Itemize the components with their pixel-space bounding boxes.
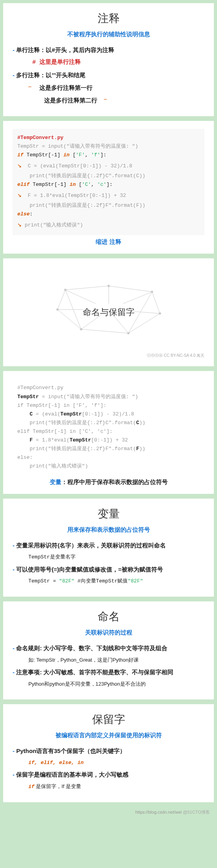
subtitle: 不被程序执行的辅助性说明信息 — [13, 31, 204, 38]
card-variable: 变量 用来保存和表示数据的占位符号 变量采用标识符(名字）来表示，关联标识符的过… — [3, 499, 214, 597]
code-multi-line1: ''' 这是多行注释第一行 — [28, 83, 204, 93]
bullet-2: 注意事项: 大小写敏感、首字符不能是数字、不与保留字相同 — [13, 668, 204, 677]
code-multi-line2: 这是多行注释第二行 ''' — [44, 96, 204, 105]
bullet-1: 命名规则: 大小写字母、数字、下划线和中文等字符及组合 — [13, 644, 204, 653]
code-single-comment: # 这里是单行注释 — [32, 58, 204, 67]
arrow-icon: ↘ — [17, 191, 22, 199]
card-code-example-2: #TempConvert.py TempStr = input("请输入带有符号… — [3, 371, 214, 494]
bullet-2-sub: TempStr = "82F" #向变量TempStr赋值"82F" — [28, 577, 204, 586]
quote-close: ''' — [104, 98, 107, 104]
code-block: #TempConvert.py TempStr = input("请输入带有符号… — [13, 129, 204, 235]
subtitle: 被编程语言内部定义并保留使用的标识符 — [13, 732, 204, 739]
section-title: 命名与保留字 — [75, 303, 143, 321]
title: 变量 — [13, 506, 204, 521]
bullet-single-comment: 单行注释：以#开头，其后内容为注释 — [13, 45, 204, 55]
bullet-2-sub: if 是保留字，If 是变量 — [28, 783, 204, 791]
note-indent-comment: 缩进 注释 — [13, 238, 204, 246]
bullet-1-sub: 如: TempStr，Python_Great，这是门Python好课 — [28, 656, 204, 664]
svg-point-14 — [127, 332, 130, 334]
bullet-2: 可以使用等号(=)向变量赋值或修改值，=被称为赋值符号 — [13, 565, 204, 574]
card-comments: 注释 不被程序执行的辅助性说明信息 单行注释：以#开头，其后内容为注释 # 这里… — [3, 3, 214, 116]
code-block: #TempConvert.py TempStr = input("请输入带有符号… — [13, 379, 204, 475]
bullet-multi-comment: 多行注释：以'''开头和结尾 — [13, 70, 204, 80]
card-code-example-1: #TempConvert.py TempStr = input("请输入带有符号… — [3, 121, 214, 254]
bullet-1-sub: if, elif, else, in — [28, 759, 204, 767]
bullet-1: 变量采用标识符(名字）来表示，关联标识符的过程叫命名 — [13, 541, 204, 550]
cc-license: ⓒⓞⓢⓐ CC BY-NC-SA 4.0 嵩天 — [13, 353, 204, 358]
bullet-2: 保留字是编程语言的基本单词，大小写敏感 — [13, 770, 204, 779]
svg-point-10 — [64, 289, 67, 291]
diagram-wireframe: 命名与保留字 — [13, 266, 204, 329]
arrow-icon: ↘ — [17, 161, 22, 169]
svg-point-11 — [108, 285, 110, 287]
note-variable: 变量：程序中用于保存和表示数据的占位符号 — [13, 479, 204, 486]
bullet-2-sub: Python和python是不同变量，123Python是不合法的 — [28, 680, 204, 688]
card-naming: 命名 关联标识符的过程 命名规则: 大小写字母、数字、下划线和中文等字符及组合 … — [3, 601, 214, 699]
svg-point-12 — [151, 291, 153, 293]
bullet-1: Python语言有35个保留字（也叫关键字） — [13, 746, 204, 756]
card-reserved: 保留字 被编程语言内部定义并保留使用的标识符 Python语言有35个保留字（也… — [3, 704, 214, 803]
svg-point-15 — [80, 328, 82, 330]
subtitle: 关联标识符的过程 — [13, 629, 204, 636]
card-naming-section: 命名与保留字 ⓒⓞⓢⓐ CC BY-NC-SA 4.0 嵩天 — [3, 258, 214, 366]
quote-open: ''' — [28, 85, 31, 91]
arrow-icon: ↘ — [17, 221, 22, 228]
bullet-1-sub: TempStr是变量名字 — [28, 553, 204, 562]
title: 保留字 — [13, 712, 204, 727]
title: 注释 — [13, 11, 204, 26]
subtitle: 用来保存和表示数据的占位符号 — [13, 526, 204, 534]
footer-attribution: https://blog.csdn.net/wei @51CTO博客 — [3, 807, 214, 818]
title: 命名 — [13, 609, 204, 624]
